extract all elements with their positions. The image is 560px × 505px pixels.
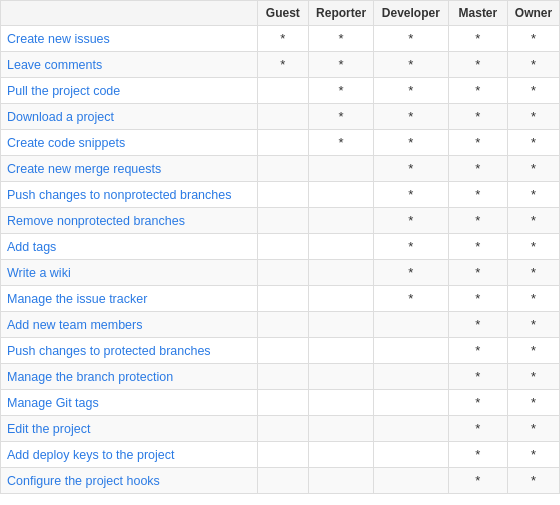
developer-cell xyxy=(373,312,448,338)
feature-cell: Manage Git tags xyxy=(1,390,258,416)
feature-cell: Remove nonprotected branches xyxy=(1,208,258,234)
guest-cell xyxy=(257,260,309,286)
guest-cell xyxy=(257,390,309,416)
owner-cell: * xyxy=(508,260,560,286)
reporter-cell xyxy=(309,260,374,286)
feature-cell: Download a project xyxy=(1,104,258,130)
table-row: Add deploy keys to the project** xyxy=(1,442,560,468)
table-row: Create new merge requests*** xyxy=(1,156,560,182)
feature-cell: Create new issues xyxy=(1,26,258,52)
owner-cell: * xyxy=(508,338,560,364)
guest-cell xyxy=(257,364,309,390)
developer-column-header: Developer xyxy=(373,1,448,26)
owner-cell: * xyxy=(508,208,560,234)
owner-cell: * xyxy=(508,468,560,494)
master-cell: * xyxy=(448,390,507,416)
master-cell: * xyxy=(448,156,507,182)
guest-cell: * xyxy=(257,26,309,52)
master-cell: * xyxy=(448,182,507,208)
guest-cell xyxy=(257,338,309,364)
developer-cell xyxy=(373,338,448,364)
owner-cell: * xyxy=(508,26,560,52)
guest-cell xyxy=(257,130,309,156)
developer-cell xyxy=(373,468,448,494)
developer-cell: * xyxy=(373,78,448,104)
feature-cell: Add tags xyxy=(1,234,258,260)
master-cell: * xyxy=(448,26,507,52)
guest-cell xyxy=(257,286,309,312)
guest-cell: * xyxy=(257,52,309,78)
guest-cell xyxy=(257,416,309,442)
master-cell: * xyxy=(448,468,507,494)
guest-cell xyxy=(257,442,309,468)
reporter-cell: * xyxy=(309,52,374,78)
developer-cell xyxy=(373,416,448,442)
owner-cell: * xyxy=(508,78,560,104)
master-cell: * xyxy=(448,260,507,286)
reporter-cell xyxy=(309,442,374,468)
master-cell: * xyxy=(448,104,507,130)
developer-cell: * xyxy=(373,286,448,312)
master-cell: * xyxy=(448,338,507,364)
table-row: Configure the project hooks** xyxy=(1,468,560,494)
guest-cell xyxy=(257,156,309,182)
reporter-cell xyxy=(309,416,374,442)
feature-cell: Pull the project code xyxy=(1,78,258,104)
developer-cell: * xyxy=(373,156,448,182)
reporter-cell xyxy=(309,312,374,338)
reporter-column-header: Reporter xyxy=(309,1,374,26)
master-cell: * xyxy=(448,442,507,468)
guest-cell xyxy=(257,234,309,260)
owner-cell: * xyxy=(508,390,560,416)
reporter-cell: * xyxy=(309,104,374,130)
feature-cell: Create code snippets xyxy=(1,130,258,156)
guest-cell xyxy=(257,208,309,234)
developer-cell: * xyxy=(373,104,448,130)
reporter-cell xyxy=(309,286,374,312)
guest-cell xyxy=(257,104,309,130)
permissions-table: Guest Reporter Developer Master Owner Cr… xyxy=(0,0,560,494)
developer-cell: * xyxy=(373,52,448,78)
master-cell: * xyxy=(448,234,507,260)
owner-cell: * xyxy=(508,156,560,182)
reporter-cell xyxy=(309,468,374,494)
feature-cell: Add new team members xyxy=(1,312,258,338)
master-cell: * xyxy=(448,312,507,338)
reporter-cell xyxy=(309,234,374,260)
owner-cell: * xyxy=(508,442,560,468)
table-row: Add new team members** xyxy=(1,312,560,338)
feature-cell: Add deploy keys to the project xyxy=(1,442,258,468)
reporter-cell: * xyxy=(309,26,374,52)
master-cell: * xyxy=(448,130,507,156)
table-row: Remove nonprotected branches*** xyxy=(1,208,560,234)
owner-column-header: Owner xyxy=(508,1,560,26)
table-row: Create code snippets**** xyxy=(1,130,560,156)
feature-cell: Leave comments xyxy=(1,52,258,78)
owner-cell: * xyxy=(508,234,560,260)
feature-cell: Manage the issue tracker xyxy=(1,286,258,312)
feature-cell: Configure the project hooks xyxy=(1,468,258,494)
master-cell: * xyxy=(448,416,507,442)
feature-cell: Create new merge requests xyxy=(1,156,258,182)
guest-cell xyxy=(257,182,309,208)
table-row: Leave comments***** xyxy=(1,52,560,78)
developer-cell: * xyxy=(373,26,448,52)
reporter-cell xyxy=(309,156,374,182)
feature-cell: Push changes to nonprotected branches xyxy=(1,182,258,208)
owner-cell: * xyxy=(508,416,560,442)
table-row: Push changes to protected branches** xyxy=(1,338,560,364)
table-row: Write a wiki*** xyxy=(1,260,560,286)
table-row: Edit the project** xyxy=(1,416,560,442)
master-cell: * xyxy=(448,364,507,390)
feature-cell: Manage the branch protection xyxy=(1,364,258,390)
owner-cell: * xyxy=(508,52,560,78)
feature-cell: Write a wiki xyxy=(1,260,258,286)
table-row: Manage Git tags** xyxy=(1,390,560,416)
table-row: Push changes to nonprotected branches*** xyxy=(1,182,560,208)
table-row: Manage the issue tracker*** xyxy=(1,286,560,312)
reporter-cell xyxy=(309,338,374,364)
guest-cell xyxy=(257,468,309,494)
table-row: Manage the branch protection** xyxy=(1,364,560,390)
owner-cell: * xyxy=(508,364,560,390)
owner-cell: * xyxy=(508,130,560,156)
